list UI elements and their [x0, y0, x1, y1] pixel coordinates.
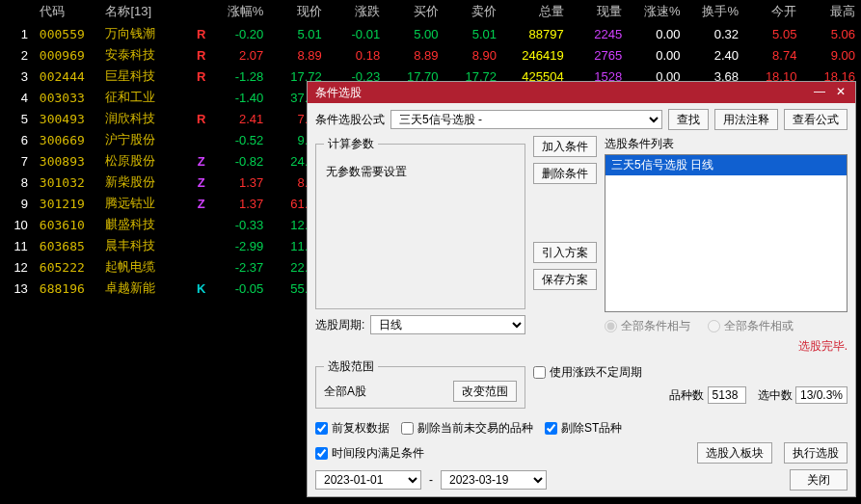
- add-condition-button[interactable]: 加入条件: [533, 136, 597, 157]
- selected-label: 选中数 13/0.3%: [758, 386, 848, 404]
- radio-or[interactable]: 全部条件相或: [708, 318, 794, 334]
- range-fieldset: 选股范围 全部A股 改变范围: [315, 358, 525, 409]
- usage-button[interactable]: 用法注释: [714, 109, 778, 130]
- col-idx[interactable]: [0, 0, 34, 23]
- date-from-select[interactable]: 2023-01-01: [315, 470, 421, 490]
- time-range-checkbox[interactable]: 时间段内满足条件: [315, 445, 424, 462]
- date-separator: -: [429, 473, 433, 487]
- selected-count: 13/0.3%: [795, 386, 848, 404]
- close-button[interactable]: 关闭: [790, 469, 848, 491]
- col-speed[interactable]: 涨速%: [628, 0, 686, 23]
- condition-list-label: 选股条件列表: [605, 137, 674, 150]
- forward-adjust-checkbox[interactable]: 前复权数据: [315, 420, 390, 437]
- col-name[interactable]: 名称[13]: [99, 0, 189, 23]
- variety-count: 5138: [708, 386, 746, 404]
- save-scheme-button[interactable]: 保存方案: [533, 269, 597, 290]
- col-bid[interactable]: 买价: [386, 0, 444, 23]
- col-flag: [189, 0, 213, 23]
- change-range-button[interactable]: 改变范围: [453, 381, 517, 402]
- col-pct[interactable]: 涨幅%: [213, 0, 269, 23]
- condition-list[interactable]: 三天5信号选股 日线: [605, 154, 848, 312]
- stock-picker-dialog: 条件选股 — ✕ 条件选股公式 三天5信号选股 - 查找 用法注释 查看公式 计…: [307, 81, 856, 497]
- params-legend: 计算参数: [324, 136, 378, 152]
- col-code[interactable]: 代码: [34, 0, 100, 23]
- view-source-button[interactable]: 查看公式: [784, 109, 848, 130]
- params-none-text: 无参数需要设置: [324, 158, 517, 186]
- period-label: 选股周期:: [315, 317, 364, 333]
- dialog-body: 条件选股公式 三天5信号选股 - 查找 用法注释 查看公式 计算参数 无参数需要…: [308, 103, 855, 496]
- condition-list-item[interactable]: 三天5信号选股 日线: [605, 155, 847, 175]
- formula-label: 条件选股公式: [315, 112, 385, 128]
- range-value: 全部A股: [324, 384, 366, 400]
- period-select[interactable]: 日线: [370, 315, 525, 334]
- add-to-block-button[interactable]: 选股入板块: [697, 442, 772, 464]
- close-icon[interactable]: ✕: [830, 84, 851, 101]
- table-row[interactable]: 1000559万向钱潮R-0.205.01-0.015.005.01887972…: [0, 23, 861, 44]
- run-selection-button[interactable]: 执行选股: [784, 442, 848, 464]
- exclude-no-trade-checkbox[interactable]: 剔除当前未交易的品种: [401, 420, 533, 437]
- col-open[interactable]: 今开: [744, 0, 802, 23]
- formula-select[interactable]: 三天5信号选股 -: [390, 110, 662, 129]
- col-turn[interactable]: 换手%: [686, 0, 744, 23]
- delete-condition-button[interactable]: 删除条件: [533, 163, 597, 184]
- exclude-st-checkbox[interactable]: 剔除ST品种: [545, 420, 622, 437]
- col-high[interactable]: 最高: [802, 0, 861, 23]
- radio-and[interactable]: 全部条件相与: [605, 318, 690, 334]
- use-period-checkbox[interactable]: 使用涨跌不定周期: [533, 364, 642, 381]
- table-header-row: 代码 名称[13] 涨幅% 现价 涨跌 买价 卖价 总量 现量 涨速% 换手% …: [0, 0, 861, 23]
- range-legend: 选股范围: [324, 358, 378, 375]
- col-chg[interactable]: 涨跌: [328, 0, 386, 23]
- dialog-titlebar[interactable]: 条件选股 — ✕: [308, 82, 855, 103]
- params-fieldset: 计算参数 无参数需要设置: [315, 136, 525, 309]
- col-ask[interactable]: 卖价: [444, 0, 502, 23]
- table-row[interactable]: 2000969安泰科技R2.078.890.188.898.9024641927…: [0, 44, 861, 66]
- dialog-title: 条件选股: [315, 85, 809, 101]
- find-button[interactable]: 查找: [668, 109, 709, 130]
- col-cur[interactable]: 现量: [570, 0, 628, 23]
- selection-done-text: 选股完毕.: [605, 338, 848, 355]
- variety-label: 品种数 5138: [669, 386, 745, 404]
- col-vol[interactable]: 总量: [502, 0, 570, 23]
- import-scheme-button[interactable]: 引入方案: [533, 242, 597, 263]
- minimize-icon[interactable]: —: [809, 84, 830, 101]
- col-price[interactable]: 现价: [269, 0, 327, 23]
- date-to-select[interactable]: 2023-03-19: [441, 470, 547, 490]
